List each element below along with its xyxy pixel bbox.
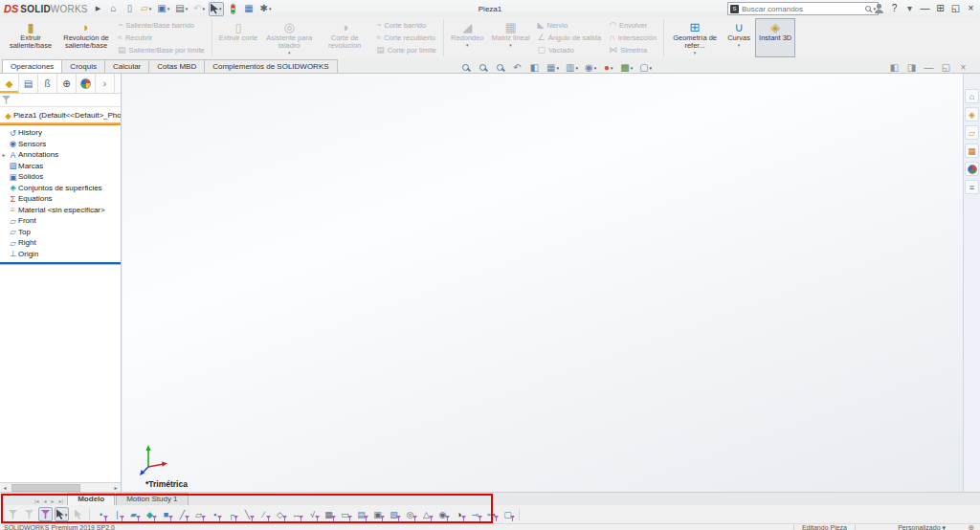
file-properties-button[interactable]: ▦ ▾ [242,2,256,16]
separator[interactable]: ▾ [519,509,520,520]
save-button[interactable]: ▣ ▾ [155,2,171,16]
command-search[interactable]: S ▾ [727,2,879,15]
tab-calcular[interactable]: Calcular [104,59,149,73]
instant-3d-button[interactable]: ◈ Instant 3D ▾ [755,18,795,57]
filter-section-button[interactable]: ◑ ▾ [452,507,466,521]
wrap-button[interactable]: ◠ Envolver [605,19,660,32]
display-style-button[interactable]: ▥ ▾ [564,60,580,75]
dimxpertmanager-tab[interactable]: ⊕ [57,74,77,93]
tree-root-pieza1[interactable]: ◆ Pieza1 (Default<<Default>_PhotoWorks [0,109,121,121]
next-tab-button[interactable]: ▸ [50,497,56,504]
scroll-right-icon[interactable]: ▸ [111,484,121,491]
expander-icon[interactable]: ▸ [0,151,8,158]
taskpane-home-button[interactable]: ⌂ [965,89,979,103]
filter-sketch-segments-button[interactable]: ╲ ▾ [240,507,255,521]
edit-appearance-button[interactable]: ● ▾ [601,60,615,75]
select-tool-button[interactable]: ▾ [55,507,69,521]
boundary-cut-button[interactable]: ▤ Corte por límite [372,44,440,56]
filter-datum-targets-button[interactable]: △ ▾ [419,507,434,521]
tree-item-solidos[interactable]: ▣ Sólidos [0,171,121,183]
filter-notes-button[interactable]: ▤ ▾ [354,507,368,521]
restore-button[interactable]: ◱ [948,2,963,16]
tree-item-history[interactable]: ↺ History [0,127,121,139]
filter-display-states-button[interactable]: ▢ ▾ [501,507,515,521]
help-dropdown-button[interactable]: ▾ [902,2,917,16]
filter-center-marks-button[interactable]: ◇ ▾ [273,507,287,521]
boundary-boss-button[interactable]: ▤ Saliente/Base por límite [114,44,209,56]
mirror-button[interactable]: ⋈ Simetría [605,44,660,56]
customized-menu[interactable]: Personalizado ▾ [890,524,953,530]
panel-horizontal-scrollbar[interactable]: ◂ ▸ [0,482,121,492]
configurationmanager-tab[interactable]: ß [38,74,57,93]
file-explorer-button[interactable]: ▱ [965,125,979,140]
tree-item-front-plane[interactable]: ▱ Front [0,215,121,227]
print-button[interactable]: ▤ ▾ [173,2,189,16]
doc-restore-button[interactable]: ◱ [939,60,953,75]
intersect-button[interactable]: ∩ Intersección [605,32,660,44]
rollback-bar[interactable] [0,262,121,264]
filter-weld-symbols-button[interactable]: ▦ ▾ [322,507,336,521]
doc-close-button[interactable]: × [956,60,970,75]
select-tool-button[interactable]: ▾ [209,2,224,16]
design-library-button[interactable]: ◈ [965,107,979,121]
scroll-left-icon[interactable]: ◂ [0,484,10,491]
minimize-button[interactable]: — [918,2,932,16]
tab-modelo[interactable]: Modelo [67,493,115,505]
first-tab-button[interactable]: |◂ [33,497,41,504]
apply-scene-button[interactable]: ▩ ▾ [618,60,635,75]
tree-item-sensors[interactable]: ◉ Sensors [0,139,121,150]
filter-connection-points-button[interactable]: ⊸ ▾ [468,507,482,521]
toolbar-flyout-icon[interactable]: ▶ [96,5,100,12]
shell-button[interactable]: ▢ Vaciado [534,44,606,56]
filter-vertices-button[interactable]: • ▾ [94,507,108,521]
options-button[interactable]: ✱ ▾ [258,2,274,16]
tree-item-equations[interactable]: Σ Equations [0,193,121,205]
curves-button[interactable]: ∪ Curvas ▾ [723,18,755,57]
toggle-selection-filters-button[interactable]: ▾ [38,507,53,521]
swept-boss-button[interactable]: ~ Saliente/Base barrido [114,19,209,32]
filter-options-button[interactable]: ▾ [22,507,36,521]
swept-cut-button[interactable]: ~ Corte barrido [372,19,440,32]
rebuild-button[interactable]: ▾ [226,2,240,16]
search-input[interactable] [742,5,865,13]
maximize-button[interactable]: ⊞ [933,2,947,16]
user-account-button[interactable] [872,2,886,16]
freeze-bar[interactable] [0,122,121,125]
zoom-area-button[interactable]: ▾ [476,60,490,75]
filter-sketch-points-button[interactable]: ▪ ▾ [208,507,222,521]
help-button[interactable]: ? [887,2,902,16]
revolve-boss-button[interactable]: ◗ Revolución de saliente/base ▾ [58,18,114,57]
filter-feature-references-button[interactable]: ▣ ▾ [370,507,385,521]
extrude-boss-button[interactable]: ▮ Extruir saliente/base ▾ [3,18,58,57]
filter-gtol-symbols-button[interactable]: ▭ ▾ [338,507,352,521]
extruded-cut-button[interactable]: ▯ Extruir corte ▾ [215,18,261,57]
filter-faces-button[interactable]: ▰ ▾ [126,507,141,521]
tree-item-top-plane[interactable]: ▱ Top [0,227,121,238]
filter-dimensions-button[interactable]: ↔ ▾ [289,507,303,521]
tree-item-material[interactable]: ≡ Material <sin especificar> [0,205,121,216]
reference-geometry-button[interactable]: ⊞ Geometría de refer... ▾ [667,18,723,57]
filter-routing-points-button[interactable]: ⊶ ▾ [484,507,499,521]
close-button[interactable]: × [964,2,978,16]
tree-item-right-plane[interactable]: ▱ Right [0,237,121,249]
tree-item-annotations[interactable]: ▸ A Annotations [0,149,121,161]
hole-wizard-button[interactable]: ◎ Asistente para taladro ▾ [261,18,317,57]
view-settings-button[interactable]: ▢ ▾ [637,60,654,75]
fillet-button[interactable]: ◢ Redondeo ▾ [447,18,488,57]
filter-sketches-button[interactable]: ┌ ▾ [224,507,238,521]
pane-left-button[interactable]: ◧ [887,60,902,75]
tree-item-conjuntos-superficies[interactable]: ◈ Conjuntos de superficies [0,183,121,194]
filter-blocks-button[interactable]: ▧ ▾ [387,507,401,521]
displaymanager-tab[interactable] [77,74,96,93]
filter-surface-finish-button[interactable]: √ ▾ [305,507,320,521]
hide-show-items-button[interactable]: ◉ ▾ [583,60,598,75]
clear-all-filters-button[interactable]: ▾ [6,507,20,521]
appearances-button[interactable] [965,162,979,176]
zoom-window-button[interactable]: ▾ [493,60,507,75]
propertymanager-tab[interactable]: ▤ [19,74,38,93]
expand-panel-tabs-button[interactable]: › [96,74,115,93]
linear-pattern-button[interactable]: ▦ Matriz lineal ▾ [488,18,534,57]
featuremanager-tab[interactable]: ◆ [0,74,19,93]
tree-item-origin[interactable]: ⊥ Origin [0,249,121,260]
graphics-viewport[interactable]: *Trimétrica [122,74,963,492]
